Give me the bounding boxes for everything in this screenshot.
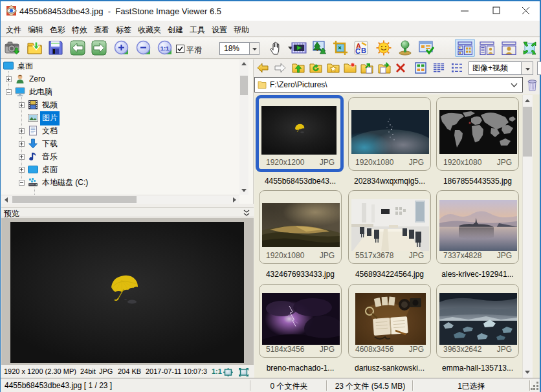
- svg-text:1:1: 1:1: [160, 45, 170, 52]
- svg-text:B: B: [361, 47, 366, 54]
- svg-text:C: C: [355, 47, 360, 55]
